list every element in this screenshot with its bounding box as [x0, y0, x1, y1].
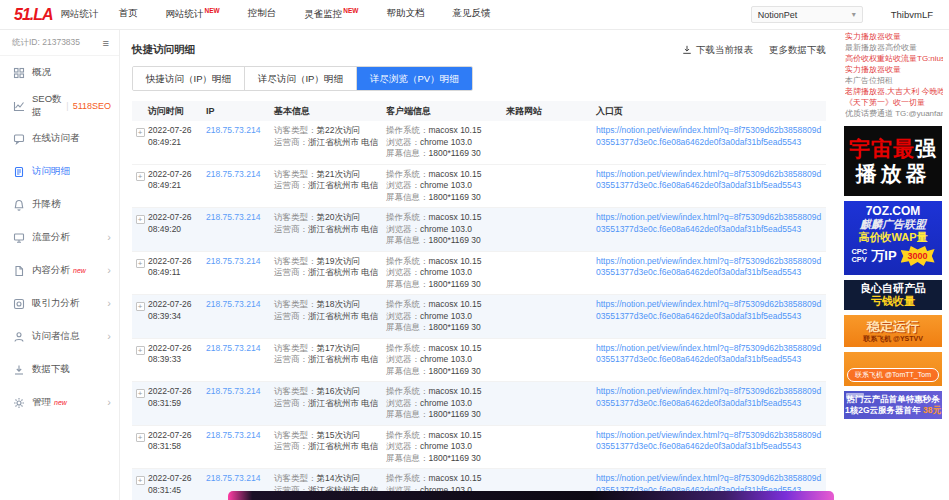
nav-item-5[interactable]: 帮助文档 [386, 7, 424, 21]
ip-cell: 218.75.73.214 [206, 299, 274, 334]
download-report-button[interactable]: 下载当前报表 [682, 44, 753, 57]
screen-info-label: 屏幕信息： [386, 279, 429, 289]
ip-link[interactable]: 218.75.73.214 [206, 169, 260, 179]
tab-2[interactable]: 详尽访问（IP）明细 [245, 67, 357, 90]
expand-row-icon[interactable]: + [136, 172, 145, 181]
qilin-banner-ad[interactable]: 7OZ.COM 麒麟广告联盟 高价收WAP量 CPCCPV 万IP 3000 [844, 201, 942, 275]
screen-info: 屏幕信息：1800*1169 30 [386, 192, 506, 204]
browser: 浏览器：chrome 103.0 [386, 354, 506, 366]
site-selector-dropdown[interactable]: NotionPet ▾ [751, 6, 863, 23]
sidebar-item-6[interactable]: 流量分析› [0, 221, 119, 254]
os-label: 操作系统： [386, 343, 429, 353]
browser-value: chrome 103.0 [420, 311, 472, 321]
entry-page-link[interactable]: https://notion.pet/view/index.html?q=8f7… [596, 212, 822, 235]
column-header: 访问时间 [148, 105, 206, 118]
expand-row-icon[interactable]: + [136, 346, 145, 355]
player-banner-ad[interactable]: 宇宙最强 播放器 [844, 126, 942, 196]
visit-date: 2022-07-26 [148, 212, 206, 224]
ip-link[interactable]: 218.75.73.214 [206, 256, 260, 266]
sidebar-item-5[interactable]: 升降榜 [0, 188, 119, 221]
sidebar-item-9[interactable]: 访问者信息› [0, 320, 119, 353]
ad-text-link-3[interactable]: 高价收权重站收流量TG:niuseo [845, 53, 943, 64]
visitor-type: 访客类型：第16次访问 [274, 386, 386, 398]
visitor-type-value: 第19次访问 [317, 256, 360, 266]
tab-1[interactable]: 快捷访问（IP）明细 [133, 67, 245, 90]
entry-page-link[interactable]: https://notion.pet/view/index.html?q=8f7… [596, 343, 822, 366]
ip-link[interactable]: 218.75.73.214 [206, 125, 260, 135]
sidebar-item-3[interactable]: 在线访问者 [0, 122, 119, 155]
main-content: 快捷访问明细 下载当前报表 更多数据下载 快捷访问（IP）明细详尽访问（IP）明… [120, 30, 836, 500]
sidebar-item-1[interactable]: 概况 [0, 56, 119, 89]
visit-date: 2022-07-26 [148, 256, 206, 268]
tab-3[interactable]: 详尽浏览（PV）明细 [357, 67, 472, 90]
entry-page-link[interactable]: https://notion.pet/view/index.html?q=8f7… [596, 430, 822, 453]
entry-page-link[interactable]: https://notion.pet/view/index.html?q=8f7… [596, 256, 822, 279]
ad-text-link-8[interactable]: 优质话费通道 TG:@yuanfangz [845, 108, 943, 119]
sidebar-item-label: SEO数据 [32, 93, 62, 119]
nav-item-3[interactable]: 控制台 [248, 7, 277, 21]
visit-time: 08:31:45 [148, 485, 206, 497]
expand-row-icon[interactable]: + [136, 302, 145, 311]
basic-info-cell: 访客类型：第22次访问运营商：浙江省杭州市 电信 [274, 125, 386, 160]
carrier-value: 浙江省杭州市 电信 [308, 224, 378, 234]
nav-item-1[interactable]: 首页 [119, 7, 138, 21]
download-icon [682, 45, 692, 55]
ad-text-link-4[interactable]: 实力播放器收量 [845, 64, 943, 75]
entry-page-link[interactable]: https://notion.pet/view/index.html?q=8f7… [596, 169, 822, 192]
tom-banner-ad[interactable]: 联系飞机 @TomTT_Tom [844, 352, 942, 386]
page-title: 快捷访问明细 [132, 43, 195, 57]
sidebar-item-8[interactable]: 吸引力分析› [0, 287, 119, 320]
expand-row-icon[interactable]: + [136, 259, 145, 268]
expand-row-icon[interactable]: + [136, 389, 145, 398]
visitor-type-value: 第15次访问 [317, 430, 360, 440]
expand-row-icon[interactable]: + [136, 476, 145, 485]
basic-info-cell: 访客类型：第21次访问运营商：浙江省杭州市 电信 [274, 169, 386, 204]
sidebar-item-4[interactable]: 访问明细 [0, 155, 119, 188]
ad-text-link-2[interactable]: 最新播放器高价收量 [845, 42, 943, 53]
ip-link[interactable]: 218.75.73.214 [206, 212, 260, 222]
ad-text-link-7[interactable]: 《天下第一》收一切量 [845, 97, 943, 108]
browser-value: chrome 103.0 [420, 354, 472, 364]
ip-link[interactable]: 218.75.73.214 [206, 430, 260, 440]
browser-label: 浏览器： [386, 180, 420, 190]
liangxin-banner-ad[interactable]: 良心自研产品 亏钱收量 [844, 280, 942, 310]
ip-link[interactable]: 218.75.73.214 [206, 343, 260, 353]
expand-row-icon[interactable]: + [136, 128, 145, 137]
visitor-type-value: 第14次访问 [317, 473, 360, 483]
visitor-type-value: 第21次访问 [317, 169, 360, 179]
carrier-value: 浙江省杭州市 电信 [308, 398, 378, 408]
ip-link[interactable]: 218.75.73.214 [206, 299, 260, 309]
new-badge: new [54, 399, 67, 406]
sidebar-item-10[interactable]: 数据下载 [0, 353, 119, 386]
sidebar-collapse-icon[interactable]: ≡ [103, 37, 109, 49]
sidebar-item-extra[interactable]: 5118SEO [73, 101, 111, 111]
ip-link[interactable]: 218.75.73.214 [206, 386, 260, 396]
entry-page-link[interactable]: https://notion.pet/view/index.html?q=8f7… [596, 386, 822, 409]
target-icon [13, 298, 25, 310]
ad-text-link-5[interactable]: 本广告位招租 [845, 75, 943, 86]
expand-cell: + [132, 256, 148, 291]
51la-logo[interactable]: 51.LA [14, 6, 53, 24]
screen-info-label: 屏幕信息： [386, 366, 429, 376]
nav-item-2[interactable]: 网站统计NEW [166, 7, 220, 21]
carrier-label: 运营商： [274, 441, 308, 451]
stable-run-banner-ad[interactable]: 稳定运行 联系飞机 @YSTVV [844, 315, 942, 347]
nav-item-4[interactable]: 灵雀监控NEW [304, 7, 358, 21]
os: 操作系统：macosx 10.15 [386, 299, 506, 311]
expand-row-icon[interactable]: + [136, 215, 145, 224]
ip-link[interactable]: 218.75.73.214 [206, 473, 260, 483]
nav-item-6[interactable]: 意见反馈 [452, 7, 490, 21]
entry-page-link[interactable]: https://notion.pet/view/index.html?q=8f7… [596, 299, 822, 322]
visitor-type-value: 第20次访问 [317, 212, 360, 222]
cloud-server-banner-ad[interactable]: 热门云产品首单特惠秒杀 1核2G云服务器首年 38元 [844, 391, 942, 419]
sidebar-item-2[interactable]: SEO数据|5118SEO [0, 89, 119, 122]
expand-row-icon[interactable]: + [136, 433, 145, 442]
more-downloads-button[interactable]: 更多数据下载 [769, 44, 826, 57]
ad-text-link-1[interactable]: 实力播放器收量 [845, 31, 943, 42]
ad-text-link-6[interactable]: 老牌播放器,大吉大利 今晚吃鸡! [845, 86, 943, 97]
os-value: macosx 10.15 [429, 212, 482, 222]
username[interactable]: ThibvmLF [891, 9, 933, 20]
sidebar-item-11[interactable]: 管理new› [0, 386, 119, 419]
sidebar-item-7[interactable]: 内容分析new› [0, 254, 119, 287]
entry-page-link[interactable]: https://notion.pet/view/index.html?q=8f7… [596, 125, 822, 148]
